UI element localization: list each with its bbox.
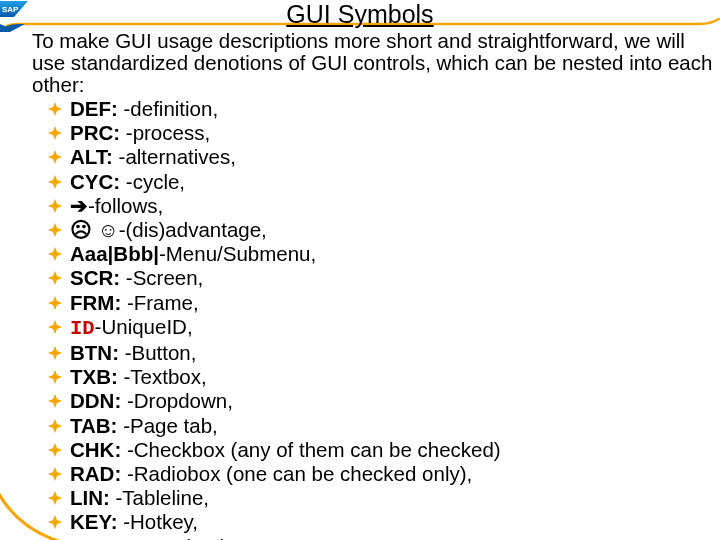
intro-text: To make GUI usage descriptions more shor… <box>32 30 718 96</box>
svg-marker-15 <box>48 419 62 433</box>
bullet-item: WRN: -Warning box <box>52 535 718 540</box>
bullet-item: DEF: -definition, <box>52 97 718 121</box>
symbol-prefix: DDN: <box>70 389 127 412</box>
star-bullet-icon <box>48 443 62 457</box>
bullet-item: LIN: -Tableline, <box>52 486 718 510</box>
bullet-item: ID-UniqueID, <box>52 315 718 341</box>
star-bullet-icon <box>48 394 62 408</box>
svg-marker-17 <box>48 467 62 481</box>
bullet-item: SCR: -Screen, <box>52 266 718 290</box>
symbol-description: -Page tab, <box>123 414 218 437</box>
slide-body: To make GUI usage descriptions more shor… <box>32 30 718 540</box>
bullet-item: ALT: -alternatives, <box>52 145 718 169</box>
symbol-prefix: DEF: <box>70 97 124 120</box>
svg-marker-13 <box>48 370 62 384</box>
slide-title: GUI Symbols <box>0 0 720 28</box>
bullet-item: ➔-follows, <box>52 194 718 218</box>
bullet-item: TXB: -Textbox, <box>52 365 718 389</box>
symbol-description: -UniqueID, <box>95 315 193 338</box>
symbol-prefix: KEY: <box>70 510 123 533</box>
symbol-prefix: LIN: <box>70 486 116 509</box>
svg-marker-7 <box>48 223 62 237</box>
bullet-item: ☹ ☺-(dis)advantage, <box>52 218 718 242</box>
star-bullet-icon <box>48 175 62 189</box>
symbol-prefix: FRM: <box>70 291 127 314</box>
star-bullet-icon <box>48 102 62 116</box>
svg-marker-14 <box>48 394 62 408</box>
star-bullet-icon <box>48 320 62 334</box>
svg-marker-18 <box>48 491 62 505</box>
bullet-item: DDN: -Dropdown, <box>52 389 718 413</box>
symbol-description: -Dropdown, <box>127 389 233 412</box>
star-bullet-icon <box>48 370 62 384</box>
slide: SAP GUI Symbols To make GUI usage descri… <box>0 0 720 540</box>
symbol-description: -Checkbox (any of them can be checked) <box>127 438 501 461</box>
symbol-description: -follows, <box>88 194 163 217</box>
star-bullet-icon <box>48 247 62 261</box>
star-bullet-icon <box>48 271 62 285</box>
symbol-description: -Frame, <box>127 291 199 314</box>
bullet-item: CHK: -Checkbox (any of them can be check… <box>52 438 718 462</box>
symbol-prefix: RAD: <box>70 462 127 485</box>
bullet-item: CYC: -cycle, <box>52 170 718 194</box>
bullet-item: TAB: -Page tab, <box>52 414 718 438</box>
star-bullet-icon <box>48 150 62 164</box>
star-bullet-icon <box>48 346 62 360</box>
symbol-prefix: WRN: <box>70 535 131 540</box>
symbol-prefix: ALT: <box>70 145 119 168</box>
symbol-prefix: ☹ ☺ <box>70 218 119 241</box>
symbol-description: -Tableline, <box>116 486 209 509</box>
star-bullet-icon <box>48 515 62 529</box>
symbol-prefix: ➔ <box>70 194 88 217</box>
star-bullet-icon <box>48 296 62 310</box>
bullet-list: DEF: -definition,PRC: -process,ALT: -alt… <box>32 97 718 540</box>
symbol-description: -Warning box <box>131 535 252 540</box>
symbol-description: -Textbox, <box>124 365 207 388</box>
symbol-prefix: SCR: <box>70 266 126 289</box>
symbol-prefix: BTN: <box>70 341 125 364</box>
star-bullet-icon <box>48 491 62 505</box>
symbol-description: -cycle, <box>126 170 185 193</box>
bullet-item: BTN: -Button, <box>52 341 718 365</box>
symbol-description: -Radiobox (one can be checked only), <box>127 462 472 485</box>
star-bullet-icon <box>48 419 62 433</box>
symbol-prefix: CYC: <box>70 170 126 193</box>
symbol-description: -alternatives, <box>119 145 236 168</box>
svg-marker-6 <box>48 199 62 213</box>
bullet-item: FRM: -Frame, <box>52 291 718 315</box>
symbol-description: -(dis)advantage, <box>119 218 267 241</box>
symbol-description: -Hotkey, <box>123 510 198 533</box>
star-bullet-icon <box>48 467 62 481</box>
bullet-item: RAD: -Radiobox (one can be checked only)… <box>52 462 718 486</box>
star-bullet-icon <box>48 223 62 237</box>
symbol-prefix: TAB: <box>70 414 123 437</box>
svg-marker-10 <box>48 296 62 310</box>
bullet-item: PRC: -process, <box>52 121 718 145</box>
symbol-prefix: Aaa|Bbb| <box>70 242 159 265</box>
svg-marker-5 <box>48 175 62 189</box>
svg-marker-8 <box>48 247 62 261</box>
svg-marker-19 <box>48 515 62 529</box>
symbol-prefix: PRC: <box>70 121 126 144</box>
svg-marker-3 <box>48 126 62 140</box>
svg-marker-4 <box>48 150 62 164</box>
symbol-prefix: TXB: <box>70 365 124 388</box>
symbol-description: -definition, <box>124 97 219 120</box>
star-bullet-icon <box>48 126 62 140</box>
symbol-description: -Menu/Submenu, <box>159 242 316 265</box>
symbol-code: ID <box>70 317 95 340</box>
star-bullet-icon <box>48 199 62 213</box>
svg-marker-9 <box>48 271 62 285</box>
symbol-description: -Button, <box>125 341 197 364</box>
svg-marker-11 <box>48 320 62 334</box>
symbol-description: -process, <box>126 121 210 144</box>
svg-marker-2 <box>48 102 62 116</box>
bullet-item: Aaa|Bbb|-Menu/Submenu, <box>52 242 718 266</box>
symbol-prefix: CHK: <box>70 438 127 461</box>
svg-marker-16 <box>48 443 62 457</box>
bullet-item: KEY: -Hotkey, <box>52 510 718 534</box>
svg-marker-12 <box>48 346 62 360</box>
symbol-description: -Screen, <box>126 266 203 289</box>
